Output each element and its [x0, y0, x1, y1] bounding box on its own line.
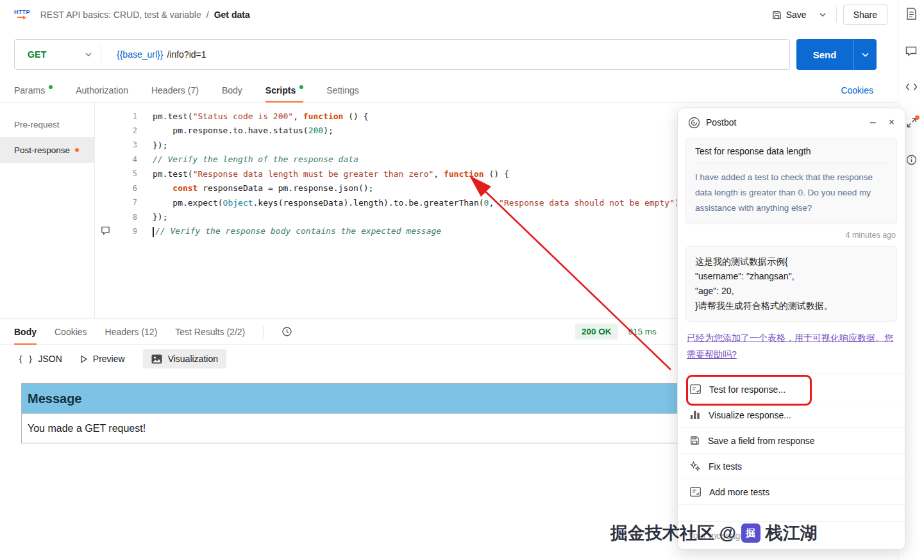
tab-authorization[interactable]: Authorization [76, 79, 128, 102]
code-text: pm.expect(Object.keys(responseData).leng… [137, 198, 685, 208]
code-snippet-icon[interactable] [905, 83, 918, 91]
save-icon [772, 10, 782, 20]
menu-item-fix-tests[interactable]: Fix tests [678, 454, 905, 479]
top-bar: HTTP REST API basics: CRUD, test & varia… [0, 0, 898, 29]
view-preview[interactable]: Preview [80, 354, 125, 364]
watermark-name: 栈江湖 [766, 522, 818, 545]
test-panel-icon [690, 384, 701, 394]
scripts-dot [299, 85, 303, 89]
code-text: pm.test("Status code is 200", function (… [137, 111, 369, 121]
line-number: 1 [95, 111, 137, 120]
divider [836, 7, 837, 22]
line-number: 8 [95, 213, 137, 222]
send-label: Send [796, 39, 853, 70]
url-input[interactable]: {{base_url}} /info?id=1 [101, 40, 789, 69]
sparkles-icon [690, 461, 700, 472]
line-number: 6 [95, 184, 137, 193]
postbot-panel: Postbot – × Test for response data lengt… [677, 108, 905, 550]
breadcrumb-collection[interactable]: REST API basics: CRUD, test & variable [40, 10, 201, 20]
table-row: You made a GET request! [22, 413, 719, 443]
save-button[interactable]: Save [769, 6, 809, 24]
share-button[interactable]: Share [843, 4, 887, 25]
comment-bubble-icon[interactable] [101, 226, 110, 235]
expand-requests-icon[interactable] [906, 117, 917, 128]
comments-icon[interactable] [905, 46, 917, 56]
url-variable: {{base_url}} [117, 49, 163, 60]
breadcrumb-current: Get data [214, 10, 250, 20]
chevron-down-icon [85, 53, 92, 56]
info-icon[interactable] [906, 154, 917, 165]
watermark-avatar: 掘 [741, 523, 760, 543]
test-panel-icon [690, 487, 701, 497]
tab-body[interactable]: Body [222, 79, 242, 102]
bot-message-body: I have added a test to check that the re… [695, 170, 887, 216]
bot-suggestion-link[interactable]: 已经为您添加了一个表格，用于可视化响应数据。您需要帮助吗? [687, 329, 896, 363]
tab-params[interactable]: Params [14, 79, 53, 102]
postbot-actions-menu: Test for response... Visualize response.… [678, 374, 905, 521]
response-tab-headers[interactable]: Headers (12) [105, 319, 158, 344]
visualization-table: Message You made a GET request! [21, 383, 719, 443]
request-url-bar: GET {{base_url}} /info?id=1 [14, 39, 790, 70]
close-button[interactable]: × [889, 117, 895, 128]
unsaved-dot [75, 148, 79, 152]
tab-headers[interactable]: Headers (7) [151, 79, 199, 102]
menu-item-test-for-response[interactable]: Test for response... [678, 377, 905, 402]
status-badge[interactable]: 200 OK [575, 324, 618, 340]
postbot-title: Postbot [706, 117, 736, 128]
url-path: /info?id=1 [167, 49, 206, 60]
bar-chart-icon [690, 410, 700, 420]
save-options-button[interactable] [816, 9, 830, 21]
response-tab-test-results[interactable]: Test Results (2/2) [175, 319, 245, 344]
line-number: 3 [95, 140, 137, 149]
code-text: }); [137, 140, 167, 150]
user-message-card: 这是我的测试数据示例{ "username": "zhangsan", "age… [685, 246, 897, 322]
top-bar-actions: Save Share [769, 4, 887, 25]
menu-item-visualize-response[interactable]: Visualize response... [678, 402, 905, 428]
text-cursor [153, 227, 154, 237]
save-icon [690, 436, 700, 445]
code-text: // Verify the length of the response dat… [137, 154, 358, 164]
code-text: }); [137, 212, 167, 222]
scripts-sidebar: Pre-request Post-response [0, 103, 95, 318]
message-timestamp: 4 minutes ago [687, 231, 896, 240]
minimize-button[interactable]: – [870, 117, 876, 128]
request-tabs: Params Authorization Headers (7) Body Sc… [0, 79, 898, 103]
response-time[interactable]: 915 ms [628, 327, 657, 336]
tab-settings[interactable]: Settings [326, 79, 359, 102]
method-select[interactable]: GET [15, 40, 101, 69]
code-text: pm.response.to.have.status(200); [137, 126, 333, 135]
view-json[interactable]: { } JSON [18, 354, 62, 364]
code-text: const responseData = pm.response.json(); [137, 183, 373, 193]
response-tab-cookies[interactable]: Cookies [55, 319, 87, 344]
line-number: 7 [95, 198, 137, 207]
history-icon[interactable] [281, 326, 292, 337]
breadcrumb: REST API basics: CRUD, test & variable /… [40, 10, 250, 20]
response-tab-body[interactable]: Body [14, 319, 37, 344]
postbot-conversation: Test for response data length I have add… [678, 136, 905, 374]
image-icon [151, 354, 162, 364]
params-dot [49, 85, 53, 89]
save-label: Save [786, 10, 807, 20]
tab-scripts[interactable]: Scripts [265, 79, 303, 102]
divider [263, 326, 264, 338]
braces-icon: { } [18, 354, 33, 364]
sidebar-item-pre-request[interactable]: Pre-request [0, 111, 94, 137]
sidebar-item-post-response[interactable]: Post-response [0, 137, 94, 163]
documentation-icon[interactable] [906, 8, 917, 20]
menu-item-add-more-tests[interactable]: Add more tests [678, 479, 905, 505]
notification-dot [915, 115, 920, 120]
method-label: GET [28, 49, 46, 60]
send-button[interactable]: Send [796, 39, 877, 70]
line-number: 2 [95, 126, 137, 135]
watermark: 掘金技术社区 @ 掘 栈江湖 [610, 522, 818, 545]
code-text: pm.test("Response data length must be gr… [137, 169, 509, 179]
table-header: Message [22, 384, 719, 413]
postbot-icon [688, 117, 700, 129]
bot-message-card: Test for response data length I have add… [685, 138, 897, 224]
code-text: // Verify the response body contains the… [137, 226, 441, 237]
menu-item-save-field[interactable]: Save a field from response [678, 428, 905, 454]
cookies-link[interactable]: Cookies [841, 85, 873, 95]
send-options-button[interactable] [853, 39, 877, 70]
view-visualization[interactable]: Visualization [143, 349, 226, 368]
breadcrumb-separator: / [206, 10, 209, 20]
